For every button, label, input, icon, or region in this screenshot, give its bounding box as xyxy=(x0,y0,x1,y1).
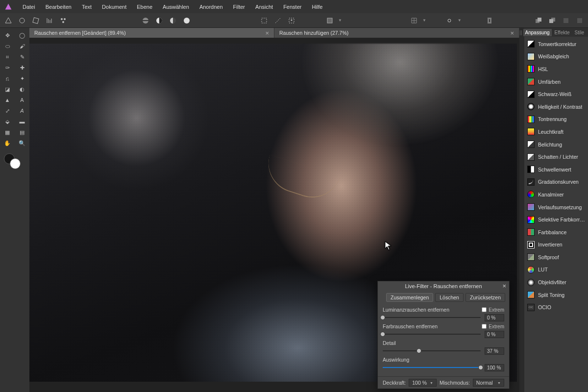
gradient-tool-icon[interactable]: ◐ xyxy=(15,84,29,95)
link-icon[interactable] xyxy=(444,15,455,26)
live-filter-dialog[interactable]: Live-Filter - Rauschen entfernen × Zusam… xyxy=(377,281,510,389)
heal-tool-icon[interactable]: ✚ xyxy=(15,62,29,73)
pen-tool-icon[interactable]: ✑ xyxy=(0,62,15,73)
doctab-close-icon[interactable]: × xyxy=(260,30,269,36)
param-color-slider[interactable] xyxy=(383,334,481,335)
persona-develop-icon[interactable] xyxy=(30,15,41,26)
dialog-reset-button[interactable]: Zurücksetzen xyxy=(466,293,505,302)
arrange-3-icon[interactable] xyxy=(574,15,585,26)
adjustment-item[interactable]: Split Toning xyxy=(524,289,588,301)
dialog-close-icon[interactable]: × xyxy=(502,282,506,290)
vector-text-icon[interactable]: A xyxy=(15,105,29,116)
quickmask-icon[interactable] xyxy=(140,15,151,26)
fill-tool-icon[interactable]: ⬙ xyxy=(0,116,15,127)
arrange-front-icon[interactable] xyxy=(533,15,544,26)
adjustment-item[interactable]: Helligkeit / Kontrast xyxy=(524,100,588,113)
adjustment-item[interactable]: Umfärben xyxy=(524,75,588,88)
rect-tool-icon[interactable]: ▬ xyxy=(15,116,29,127)
clone-tool-icon[interactable]: ⎌ xyxy=(0,73,15,84)
param-luminance-extreme-checkbox[interactable]: Extrem xyxy=(482,307,504,313)
adjustment-item[interactable]: Weißabgleich xyxy=(524,50,588,63)
param-luminance-value[interactable]: 0 % xyxy=(485,314,504,321)
text-tool-icon[interactable]: A xyxy=(15,95,29,105)
adjustment-item[interactable]: Selektive Farbkorrektur xyxy=(524,213,588,226)
persona-tone-icon[interactable] xyxy=(44,15,55,26)
tone-full-icon[interactable] xyxy=(181,15,192,26)
panel-tab-adjustments[interactable]: Anpassung xyxy=(523,29,552,36)
adjustment-item[interactable]: Invertieren xyxy=(524,239,588,251)
menu-filter[interactable]: Filter xyxy=(229,2,249,12)
adjustment-item[interactable]: Schwarz-Weiß xyxy=(524,88,588,100)
blendmode-select[interactable]: Normal▼ xyxy=(473,379,504,387)
param-detail-slider[interactable] xyxy=(383,350,481,351)
adjustment-item[interactable]: Schwellenwert xyxy=(524,163,588,176)
adjustment-item[interactable]: Leuchtkraft xyxy=(524,125,588,138)
adjustment-item[interactable]: Tonwertkorrektur xyxy=(524,38,588,50)
menu-hilfe[interactable]: Hilfe xyxy=(307,2,327,12)
color-swatches[interactable] xyxy=(0,153,29,171)
menu-fenster[interactable]: Fenster xyxy=(279,2,306,12)
vertical-scrollbar[interactable] xyxy=(519,28,524,392)
dialog-delete-button[interactable]: Löschen xyxy=(435,293,464,302)
menu-anordnen[interactable]: Anordnen xyxy=(195,2,227,12)
crop-tool-icon[interactable]: ⌗ xyxy=(0,51,15,62)
persona-liquify-icon[interactable] xyxy=(17,15,27,26)
adjustment-item[interactable]: Belichtung xyxy=(524,138,588,151)
persona-export-icon[interactable] xyxy=(58,15,69,26)
info-icon[interactable] xyxy=(484,15,495,26)
dropper-tool-icon[interactable]: ⤢ xyxy=(0,105,15,116)
menu-text[interactable]: Text xyxy=(77,2,96,12)
menu-datei[interactable]: Datei xyxy=(18,2,40,12)
marquee-diag-icon[interactable] xyxy=(272,15,283,26)
shape-tool-icon[interactable]: ▲ xyxy=(0,95,15,105)
sparkle-tool-icon[interactable]: ✦ xyxy=(15,73,29,84)
marquee-person-icon[interactable] xyxy=(286,15,297,26)
adjustment-item[interactable]: Verlaufsumsetzung xyxy=(524,201,588,214)
param-color-value[interactable]: 0 % xyxy=(485,331,504,338)
menu-auswaehlen[interactable]: Auswählen xyxy=(158,2,194,12)
lasso-tool-icon[interactable]: ◯ xyxy=(15,30,29,41)
param-color-extreme-checkbox[interactable]: Extrem xyxy=(482,324,504,329)
param-contribution-slider[interactable] xyxy=(383,367,481,368)
dialog-titlebar[interactable]: Live-Filter - Rauschen entfernen × xyxy=(378,281,509,291)
grid-tool-icon[interactable]: ▤ xyxy=(15,127,29,138)
contrast-icon[interactable] xyxy=(154,15,165,26)
panel-tab-effects[interactable]: Effekte xyxy=(553,29,572,36)
adjustment-item[interactable]: Schatten / Lichter xyxy=(524,150,588,163)
panel-tab-styles[interactable]: Stile xyxy=(573,29,586,36)
arrange-back-icon[interactable] xyxy=(547,15,558,26)
foreground-color-swatch[interactable] xyxy=(10,158,21,169)
doctab-0[interactable]: Rauschen entfernen [Geändert] (89.4%) × xyxy=(29,28,274,38)
adjustment-item[interactable]: LUT xyxy=(524,264,588,276)
adjustment-item[interactable]: HSL xyxy=(524,63,588,75)
marquee-rect-icon[interactable] xyxy=(259,15,270,26)
opacity-field[interactable]: 100 %▼ xyxy=(409,379,437,387)
adjustment-item[interactable]: Farbbalance xyxy=(524,226,588,239)
layer-target-icon[interactable] xyxy=(324,15,335,26)
move-tool-icon[interactable]: ✥ xyxy=(0,30,15,41)
tone-half-icon[interactable] xyxy=(168,15,178,26)
persona-photo-icon[interactable] xyxy=(3,15,14,26)
snap-grid-icon[interactable] xyxy=(409,15,419,26)
adjustment-item[interactable]: Gradationskurven xyxy=(524,176,588,189)
adjustment-item[interactable]: Tontrennung xyxy=(524,113,588,126)
erase-tool-icon[interactable]: ◪ xyxy=(0,84,15,95)
param-detail-value[interactable]: 37 % xyxy=(485,347,504,355)
param-luminance-slider[interactable] xyxy=(383,317,481,318)
doctab-1[interactable]: Rauschen hinzufügen (27.7%) × xyxy=(274,28,519,38)
menu-bearbeiten[interactable]: Bearbeiten xyxy=(41,2,76,12)
adjustment-item[interactable]: Kanalmixer xyxy=(524,188,588,201)
hand-tool-icon[interactable]: ✋ xyxy=(0,138,15,148)
zoom-tool-icon[interactable]: 🔍 xyxy=(15,138,29,148)
adjustment-item[interactable]: Softproof xyxy=(524,251,588,264)
pencil-tool-icon[interactable]: ✎ xyxy=(15,51,29,62)
ellipse-select-icon[interactable]: ⬭ xyxy=(0,41,15,51)
arrange-2-icon[interactable] xyxy=(561,15,571,26)
menu-ebene[interactable]: Ebene xyxy=(132,2,157,12)
brush-tool-icon[interactable]: 🖌 xyxy=(15,41,29,51)
dialog-merge-button[interactable]: Zusammenlegen xyxy=(386,293,433,302)
adjustment-item[interactable]: Objektivfilter xyxy=(524,276,588,289)
menu-ansicht[interactable]: Ansicht xyxy=(251,2,277,12)
menu-dokument[interactable]: Dokument xyxy=(98,2,131,12)
param-contribution-value[interactable]: 100 % xyxy=(485,364,504,371)
